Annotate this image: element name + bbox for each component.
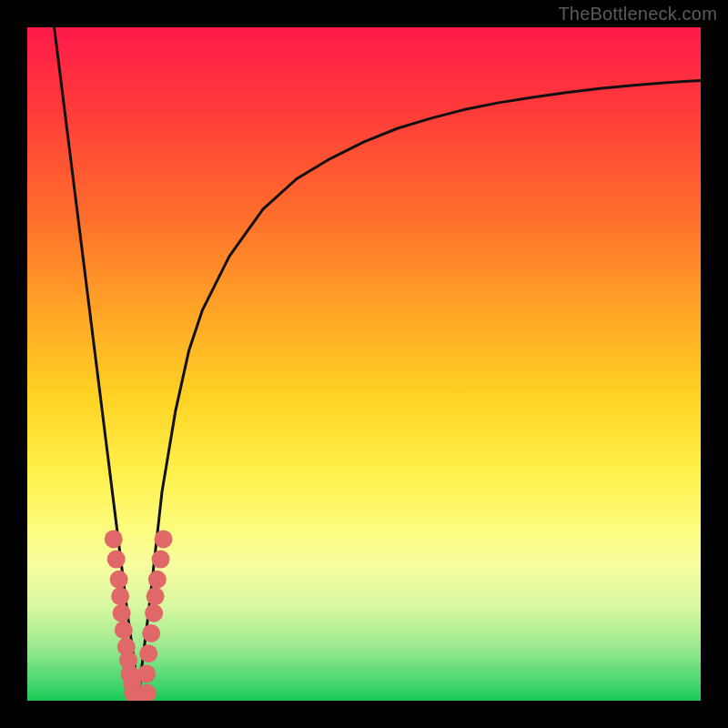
data-point — [147, 587, 165, 605]
data-point — [148, 571, 167, 589]
data-point — [152, 551, 170, 569]
curve-svg — [27, 27, 701, 701]
data-point — [110, 571, 128, 589]
data-point — [137, 664, 156, 682]
data-point — [115, 621, 133, 639]
data-point — [111, 587, 129, 605]
black-frame: TheBottleneck.com — [0, 0, 728, 728]
plot-gradient-area — [27, 27, 701, 701]
data-point — [145, 604, 163, 622]
data-point — [105, 530, 123, 548]
data-point — [142, 624, 160, 642]
data-point — [154, 530, 172, 548]
data-point — [107, 551, 126, 569]
data-point — [113, 604, 131, 622]
data-point — [139, 644, 157, 662]
watermark-text: TheBottleneck.com — [558, 4, 717, 25]
